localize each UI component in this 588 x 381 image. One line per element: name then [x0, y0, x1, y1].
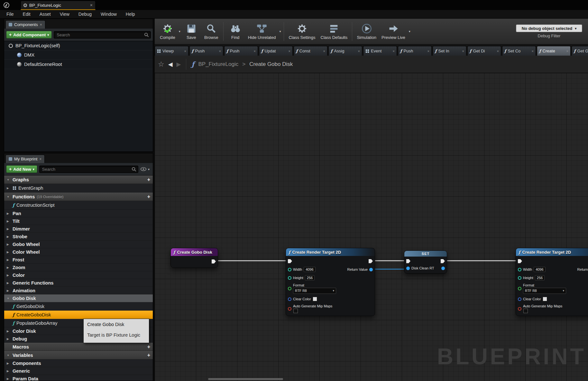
height-value-input[interactable]: 256: [305, 275, 315, 280]
node-set-disk-clean-rt[interactable]: SET Disk Clean RT: [404, 250, 447, 274]
close-icon[interactable]: ×: [358, 49, 360, 53]
breadcrumb-root[interactable]: BP_FixtureLogic: [198, 61, 238, 68]
list-item-eventgraph[interactable]: ▶ EventGraph: [4, 184, 153, 193]
section-macros[interactable]: Macros +: [4, 343, 153, 351]
variable-category-param-data[interactable]: ▶Param Data: [4, 375, 153, 381]
component-row-scene-root[interactable]: DefaultSceneRoot: [4, 60, 153, 69]
add-graph-button[interactable]: +: [147, 177, 150, 183]
category-zoom[interactable]: ▶Zoom: [4, 264, 153, 271]
components-search-input[interactable]: [54, 31, 151, 39]
compile-button[interactable]: Compile: [157, 20, 178, 43]
auto-generate-mip-maps-pin[interactable]: [518, 307, 521, 311]
expander-icon[interactable]: ▶: [7, 227, 11, 231]
category-strobe[interactable]: ▶Strobe: [4, 233, 153, 240]
expander-icon[interactable]: ▶: [7, 243, 11, 246]
function-get-gobo-disk[interactable]: ƒ GetGoboDisk: [4, 302, 153, 311]
format-dropdown[interactable]: RTF R8 ▾: [293, 288, 336, 294]
expander-icon[interactable]: ▼: [7, 178, 11, 181]
close-icon[interactable]: ×: [184, 49, 186, 53]
close-icon[interactable]: ×: [427, 49, 429, 53]
add-macro-button[interactable]: +: [147, 344, 150, 350]
width-pin[interactable]: [518, 268, 521, 271]
doc-tab-set-co[interactable]: ƒSet Co×: [502, 46, 536, 56]
clear-color-swatch[interactable]: [543, 297, 547, 301]
menu-edit[interactable]: Edit: [18, 12, 35, 17]
node-title[interactable]: SET: [404, 251, 447, 257]
expander-icon[interactable]: ▶: [7, 235, 11, 238]
doc-tab-const[interactable]: ƒConst×: [294, 46, 327, 56]
graph-horizontal-scrollbar[interactable]: [208, 378, 283, 380]
close-icon[interactable]: ×: [532, 49, 534, 53]
variable-category-generic[interactable]: ▶Generic: [4, 367, 153, 375]
section-graphs[interactable]: ▼ Graphs +: [4, 176, 153, 184]
category-pan[interactable]: ▶Pan: [4, 210, 153, 217]
expander-icon[interactable]: ▶: [7, 289, 11, 292]
section-functions[interactable]: ▼ Functions (19 Overridable) +: [4, 193, 153, 201]
close-icon[interactable]: ×: [219, 49, 221, 53]
return-value-pin[interactable]: [369, 268, 373, 271]
expander-icon[interactable]: ▶: [7, 337, 11, 340]
expander-icon[interactable]: ▼: [7, 297, 11, 300]
exec-input-pin[interactable]: [518, 259, 522, 263]
exec-output-pin[interactable]: [369, 259, 373, 263]
category-gobo-disk[interactable]: ▼ Gobo Disk: [4, 295, 153, 302]
preview-live-button[interactable]: Preview Live: [379, 20, 408, 43]
close-icon[interactable]: ×: [40, 23, 42, 27]
navigate-forward-button[interactable]: ▶: [177, 61, 181, 68]
list-item-construction-script[interactable]: ƒ ConstructionScript: [4, 201, 153, 210]
close-icon[interactable]: ×: [39, 157, 41, 161]
close-icon[interactable]: ×: [323, 49, 325, 53]
compile-options-caret[interactable]: ▾: [178, 30, 181, 33]
node-header[interactable]: ƒ Create Render Target 2D: [516, 248, 588, 256]
tab-components[interactable]: Components ×: [5, 20, 45, 29]
close-icon[interactable]: ×: [90, 3, 93, 8]
auto-generate-mip-maps-pin[interactable]: [288, 307, 291, 311]
expander-icon[interactable]: ▶: [7, 266, 11, 269]
menu-help[interactable]: Help: [121, 12, 140, 17]
menu-file[interactable]: File: [2, 12, 18, 17]
category-generic-functions[interactable]: ▶Generic Functions: [4, 279, 153, 287]
favorite-star-icon[interactable]: ☆: [158, 60, 164, 68]
class-settings-button[interactable]: Class Settings: [286, 20, 318, 43]
my-blueprint-search-input[interactable]: [39, 166, 138, 173]
close-icon[interactable]: ×: [566, 49, 568, 53]
node-create-render-target-2d-1[interactable]: ƒ Create Render Target 2D Width 4096 Ret…: [286, 248, 375, 316]
doc-tab-update[interactable]: ƒUpdat×: [259, 46, 293, 56]
asset-tab[interactable]: BP_FixtureLogic ×: [21, 1, 96, 10]
category-frost[interactable]: ▶Frost: [4, 256, 153, 264]
node-create-render-target-2d-2[interactable]: ƒ Create Render Target 2D Width 4096 Ret…: [516, 248, 588, 316]
function-create-gobo-disk-selected[interactable]: ƒ CreateGoboDisk: [4, 311, 153, 319]
section-variables[interactable]: ▼ Variables +: [4, 351, 153, 359]
expander-icon[interactable]: ▶: [7, 377, 11, 380]
format-pin[interactable]: [518, 287, 521, 290]
class-defaults-button[interactable]: Class Defaults: [318, 20, 350, 43]
doc-tab-push-1[interactable]: ƒPush×: [189, 46, 223, 56]
expander-icon[interactable]: ▶: [7, 369, 11, 373]
add-new-button[interactable]: + Add New ▾: [6, 165, 37, 173]
browse-button[interactable]: Browse: [201, 20, 221, 43]
height-pin[interactable]: [288, 276, 291, 280]
save-button[interactable]: Save: [181, 20, 201, 43]
component-row-self[interactable]: BP_FixtureLogic(self): [4, 41, 153, 50]
width-value-input[interactable]: 4096: [304, 267, 315, 272]
preview-live-caret[interactable]: ▾: [408, 30, 411, 33]
expander-icon[interactable]: ▶: [7, 274, 11, 277]
format-pin[interactable]: [288, 287, 291, 290]
clear-color-pin[interactable]: [518, 297, 521, 301]
expander-icon[interactable]: ▼: [7, 354, 11, 357]
format-dropdown[interactable]: RTF R8 ▾: [523, 288, 566, 294]
component-row-dmx[interactable]: DMX: [4, 50, 153, 60]
category-tilt[interactable]: ▶Tilt: [4, 217, 153, 225]
height-value-input[interactable]: 256: [535, 275, 545, 280]
hide-unrelated-button[interactable]: Hide Unrelated: [245, 20, 279, 43]
close-icon[interactable]: ×: [462, 49, 464, 53]
exec-output-pin[interactable]: [212, 259, 216, 264]
exec-input-pin[interactable]: [406, 259, 410, 263]
category-animation[interactable]: ▶Animation: [4, 287, 153, 295]
simulation-button[interactable]: Simulation: [354, 20, 379, 43]
hide-unrelated-caret[interactable]: ▾: [278, 30, 282, 33]
variable-category-components[interactable]: ▶Components: [4, 359, 153, 367]
auto-generate-mip-maps-checkbox[interactable]: [523, 309, 528, 313]
width-pin[interactable]: [288, 268, 291, 271]
menu-asset[interactable]: Asset: [35, 12, 55, 17]
